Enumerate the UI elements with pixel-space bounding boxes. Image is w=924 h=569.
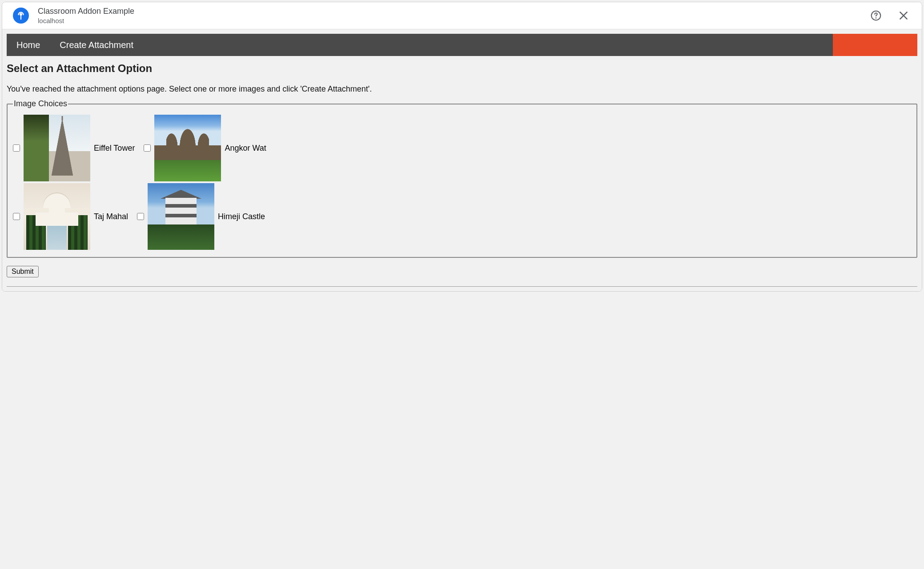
image-choices-fieldset: Image Choices Eiffel Tower Angkor Wat	[7, 99, 917, 258]
nav-spacer	[143, 34, 833, 56]
choice-label: Angkor Wat	[225, 144, 266, 153]
thumbnail-angkor-wat	[154, 115, 221, 181]
help-icon	[870, 10, 882, 21]
choice-checkbox-angkor-wat[interactable]	[144, 144, 151, 152]
page-heading: Select an Attachment Option	[7, 62, 917, 75]
choice-checkbox-taj-mahal[interactable]	[13, 213, 20, 220]
dialog-subtitle: localhost	[38, 17, 868, 24]
nav-bar: Home Create Attachment	[7, 34, 917, 56]
choice-label: Taj Mahal	[94, 212, 128, 221]
submit-button[interactable]: Submit	[7, 266, 39, 277]
page-description: You've reached the attachment options pa…	[7, 84, 917, 94]
choices-row-2: Taj Mahal Himeji Castle	[13, 183, 911, 250]
close-button[interactable]	[896, 8, 911, 23]
choice-eiffel-tower[interactable]: Eiffel Tower	[13, 115, 139, 181]
help-button[interactable]	[868, 8, 884, 23]
dialog-actions	[868, 8, 911, 23]
choice-label: Eiffel Tower	[94, 144, 135, 153]
fieldset-legend: Image Choices	[13, 99, 68, 108]
dialog-titles: Classroom Addon Example localhost	[38, 7, 868, 24]
close-icon	[898, 10, 909, 21]
choice-label: Himeji Castle	[218, 212, 265, 221]
choice-angkor-wat[interactable]: Angkor Wat	[144, 115, 270, 181]
nav-item-home[interactable]: Home	[7, 34, 50, 56]
choices-row-1: Eiffel Tower Angkor Wat	[13, 115, 911, 181]
dialog-title: Classroom Addon Example	[38, 7, 868, 16]
nav-accent	[833, 34, 917, 56]
choice-taj-mahal[interactable]: Taj Mahal	[13, 183, 133, 250]
addon-dialog: Classroom Addon Example localhost Home C…	[2, 2, 922, 292]
svg-point-2	[876, 17, 877, 19]
content-area: Home Create Attachment Select an Attachm…	[2, 29, 922, 291]
thumbnail-taj-mahal	[24, 183, 90, 250]
choice-himeji-castle[interactable]: Himeji Castle	[137, 183, 269, 250]
thumbnail-himeji-castle	[148, 183, 214, 250]
nav-item-create-attachment[interactable]: Create Attachment	[50, 34, 143, 56]
choice-checkbox-eiffel-tower[interactable]	[13, 144, 20, 152]
dialog-header: Classroom Addon Example localhost	[2, 2, 922, 29]
choice-checkbox-himeji-castle[interactable]	[137, 213, 144, 220]
thumbnail-eiffel-tower	[24, 115, 90, 181]
divider	[7, 286, 917, 287]
addon-icon	[13, 8, 29, 24]
